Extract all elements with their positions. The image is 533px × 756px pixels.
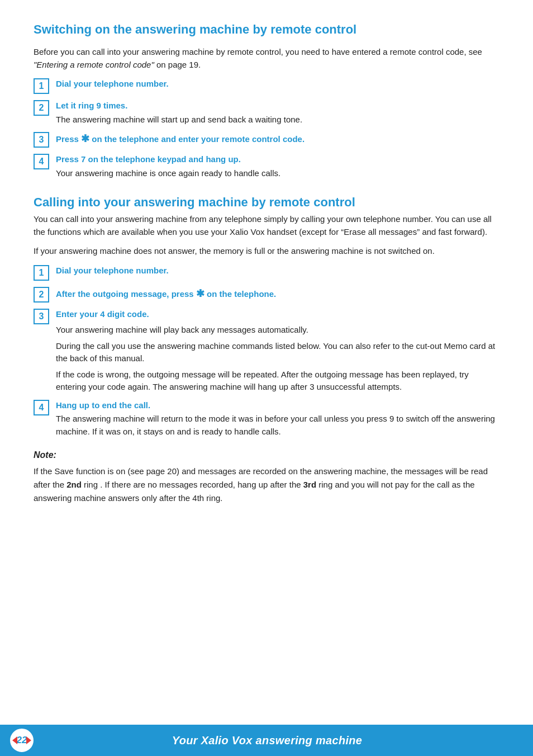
footer-arrow-left-icon [12, 736, 17, 744]
step-badge-1: 1 [34, 78, 49, 94]
section1-intro: Before you can call into your answering … [34, 46, 499, 71]
step4-detail: Your answering machine is once again rea… [56, 167, 499, 180]
s2-step-number-1: 1 [39, 268, 44, 278]
s2-step4-content: Hang up to end the call. The answering m… [56, 399, 499, 438]
s2-step-badge-4: 4 [34, 400, 49, 415]
s2-step3-detail2: During the call you use the answering ma… [56, 340, 499, 365]
s2-step-badge-3: 3 [34, 309, 49, 324]
section1-step3: 3 Press ✱ on the telephone and enter you… [34, 131, 499, 148]
step-badge-2: 2 [34, 100, 49, 116]
section2-step2: 2 After the outgoing message, press ✱ on… [34, 286, 499, 303]
s2-step2-content: After the outgoing message, press ✱ on t… [56, 286, 499, 301]
step2-detail: The answering machine will start up and … [56, 114, 499, 126]
note-title: Note: [34, 450, 499, 460]
s2-step2-label: After the outgoing message, press ✱ on t… [56, 289, 276, 299]
step-number-3: 3 [39, 135, 44, 145]
section2-intro1: You can call into your answering machine… [34, 213, 499, 238]
step-number-1: 1 [39, 81, 44, 91]
footer-page-number: 22 [17, 735, 27, 746]
step3-label: Press ✱ on the telephone and enter your … [56, 134, 304, 144]
s2-step4-detail: The answering machine will return to the… [56, 413, 499, 438]
section2-step4: 4 Hang up to end the call. The answering… [34, 399, 499, 438]
s2-step3-detail: Your answering machine will play back an… [56, 324, 499, 394]
footer-title: Your Xalio Vox answering machine [35, 734, 499, 747]
section1-title: Switching on the answering machine by re… [34, 22, 499, 37]
note-section: Note: If the Save function is on (see pa… [34, 450, 499, 505]
s2-step-number-2: 2 [39, 290, 44, 300]
s2-step-badge-1: 1 [34, 265, 49, 281]
section1-step4: 4 Press 7 on the telephone keypad and ha… [34, 153, 499, 179]
s2-step4-label: Hang up to end the call. [56, 400, 150, 410]
step-number-4: 4 [39, 157, 44, 167]
step1-label: Dial your telephone number. [56, 79, 169, 88]
footer-badge-inner: 22 [10, 729, 34, 752]
section1-step2: 2 Let it ring 9 times. The answering mac… [34, 100, 499, 126]
step2-label: Let it ring 9 times. [56, 101, 127, 110]
footer-arrow-right-icon [26, 736, 31, 744]
section2-step1: 1 Dial your telephone number. [34, 264, 499, 281]
section2-intro2: If your answering machine does not answe… [34, 245, 499, 258]
section2-title: Calling into your answering machine by r… [34, 195, 499, 210]
section2-step3: 3 Enter your 4 digit code. Your answerin… [34, 308, 499, 394]
s2-step-number-4: 4 [39, 403, 44, 413]
page-footer: 22 Your Xalio Vox answering machine [0, 725, 533, 756]
step-badge-4: 4 [34, 154, 49, 169]
s2-step1-content: Dial your telephone number. [56, 264, 499, 277]
step-number-2: 2 [39, 103, 44, 113]
s2-step3-detail3: If the code is wrong, the outgoing messa… [56, 368, 499, 394]
s2-step3-content: Enter your 4 digit code. Your answering … [56, 308, 499, 394]
section1-steps: 1 Dial your telephone number. 2 Let it r… [34, 78, 499, 179]
step3-content: Press ✱ on the telephone and enter your … [56, 131, 499, 147]
step4-content: Press 7 on the telephone keypad and hang… [56, 153, 499, 179]
footer-page-badge: 22 [9, 727, 35, 753]
step-badge-3: 3 [34, 132, 49, 148]
step1-content: Dial your telephone number. [56, 78, 499, 91]
section2-steps: 1 Dial your telephone number. 2 After th… [34, 264, 499, 438]
note-text: If the Save function is on (see page 20)… [34, 465, 499, 505]
step4-label: Press 7 on the telephone keypad and hang… [56, 154, 241, 164]
s2-step3-label: Enter your 4 digit code. [56, 309, 149, 319]
section1-step1: 1 Dial your telephone number. [34, 78, 499, 94]
s2-step-number-3: 3 [39, 311, 44, 322]
step2-content: Let it ring 9 times. The answering machi… [56, 100, 499, 126]
s2-step3-detail1: Your answering machine will play back an… [56, 324, 499, 337]
s2-step-badge-2: 2 [34, 287, 49, 303]
s2-step1-label: Dial your telephone number. [56, 266, 169, 275]
